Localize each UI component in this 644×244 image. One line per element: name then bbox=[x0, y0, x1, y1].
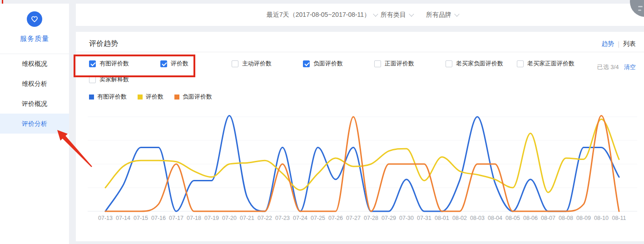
sidebar: 服务质量 维权概况维权分析评价概况评价分析 bbox=[0, 4, 69, 244]
sidebar-item-4[interactable]: 评价分析 bbox=[0, 114, 69, 134]
chevron-down-icon bbox=[409, 11, 414, 16]
checkbox-checked-icon[interactable] bbox=[160, 60, 167, 67]
checkbox-label: 卖家解释数 bbox=[99, 75, 129, 84]
checkbox-label: 评价数 bbox=[171, 60, 188, 68]
metric-checkbox-6[interactable]: 老买家负面评价数 bbox=[446, 60, 503, 68]
metric-checkbox-7[interactable]: 老买家正面评价数 bbox=[517, 60, 575, 68]
checkbox-checked-icon[interactable] bbox=[89, 60, 96, 67]
checkbox-unchecked-icon[interactable] bbox=[232, 60, 238, 67]
brand-dropdown[interactable]: 所有品牌 bbox=[426, 4, 459, 26]
metric-checkbox-3[interactable]: 主动评价数 bbox=[232, 60, 272, 68]
legend-item-1[interactable]: 有图评价数 bbox=[89, 93, 127, 101]
legend-swatch-icon bbox=[89, 95, 94, 100]
checkbox-label: 有图评价数 bbox=[99, 60, 129, 68]
sidebar-item-1[interactable]: 维权概况 bbox=[0, 54, 69, 74]
legend-label: 评价数 bbox=[146, 93, 163, 101]
clear-selection-link[interactable]: 清空 bbox=[624, 64, 636, 70]
legend-label: 负面评价数 bbox=[183, 93, 212, 101]
checkbox-label: 正面评价数 bbox=[385, 60, 414, 68]
category-dropdown[interactable]: 所有类目 bbox=[381, 4, 413, 26]
sidebar-item-3[interactable]: 评价概况 bbox=[0, 94, 69, 114]
checkbox-label: 负面评价数 bbox=[313, 60, 343, 68]
sidebar-nav: 维权概况维权分析评价概况评价分析 bbox=[0, 54, 69, 134]
brand-value: 所有品牌 bbox=[426, 11, 451, 19]
date-range-value: 最近7天（2017-08-05~2017-08-11） bbox=[267, 11, 370, 19]
checkbox-unchecked-icon[interactable] bbox=[446, 60, 452, 67]
metric-checkbox-8[interactable]: 卖家解释数 bbox=[89, 75, 129, 84]
checkbox-checked-icon[interactable] bbox=[303, 60, 310, 67]
date-range-dropdown[interactable]: 最近7天（2017-08-05~2017-08-11） bbox=[267, 4, 377, 26]
chevron-down-icon bbox=[454, 11, 459, 16]
sidebar-section-title[interactable]: 服务质量 bbox=[0, 35, 69, 43]
chevron-down-icon bbox=[373, 11, 378, 16]
checkbox-label: 主动评价数 bbox=[242, 60, 272, 68]
widget-dot bbox=[638, 10, 641, 11]
tab-trend[interactable]: 趋势 bbox=[601, 40, 614, 48]
trend-panel: 评价趋势 趋势 | 列表 有图评价数评价数主动评价数负面评价数正面评价数老买家负… bbox=[76, 32, 644, 241]
checkbox-label: 老买家负面评价数 bbox=[456, 60, 503, 68]
legend-item-3[interactable]: 负面评价数 bbox=[174, 93, 212, 101]
metric-checkbox-5[interactable]: 正面评价数 bbox=[374, 60, 414, 68]
view-toggle-separator: | bbox=[618, 40, 619, 48]
checkbox-unchecked-icon[interactable] bbox=[517, 60, 524, 67]
category-value: 所有类目 bbox=[381, 11, 406, 19]
widget-dot bbox=[638, 6, 643, 7]
page: 服务质量 维权概况维权分析评价概况评价分析 最近7天（2017-08-05~20… bbox=[0, 0, 644, 244]
sidebar-item-2[interactable]: 维权分析 bbox=[0, 74, 69, 94]
checkbox-unchecked-icon[interactable] bbox=[89, 76, 96, 83]
checkbox-label: 老买家正面评价数 bbox=[527, 60, 575, 68]
selection-count: 已选 3/4 bbox=[597, 64, 619, 70]
legend-swatch-icon bbox=[138, 95, 143, 100]
chart-legend: 有图评价数评价数负面评价数 bbox=[89, 93, 223, 101]
legend-label: 有图评价数 bbox=[97, 93, 127, 101]
checkbox-unchecked-icon[interactable] bbox=[374, 60, 381, 67]
view-toggle: 趋势 | 列表 bbox=[601, 40, 636, 48]
top-left-red-mark bbox=[2, 0, 3, 4]
panel-divider bbox=[76, 52, 644, 52]
filter-bar: 最近7天（2017-08-05~2017-08-11） 所有类目 所有品牌 bbox=[76, 4, 644, 26]
panel-title: 评价趋势 bbox=[89, 39, 118, 49]
tab-list[interactable]: 列表 bbox=[623, 40, 636, 48]
metric-checkbox-1[interactable]: 有图评价数 bbox=[89, 60, 129, 68]
heart-icon bbox=[30, 15, 39, 23]
service-quality-icon bbox=[27, 11, 42, 27]
legend-swatch-icon bbox=[174, 95, 179, 100]
metric-checkbox-2[interactable]: 评价数 bbox=[160, 60, 188, 68]
metric-checkbox-4[interactable]: 负面评价数 bbox=[303, 60, 343, 68]
selection-summary: 已选 3/4 清空 bbox=[597, 63, 636, 71]
legend-item-2[interactable]: 评价数 bbox=[138, 93, 163, 101]
